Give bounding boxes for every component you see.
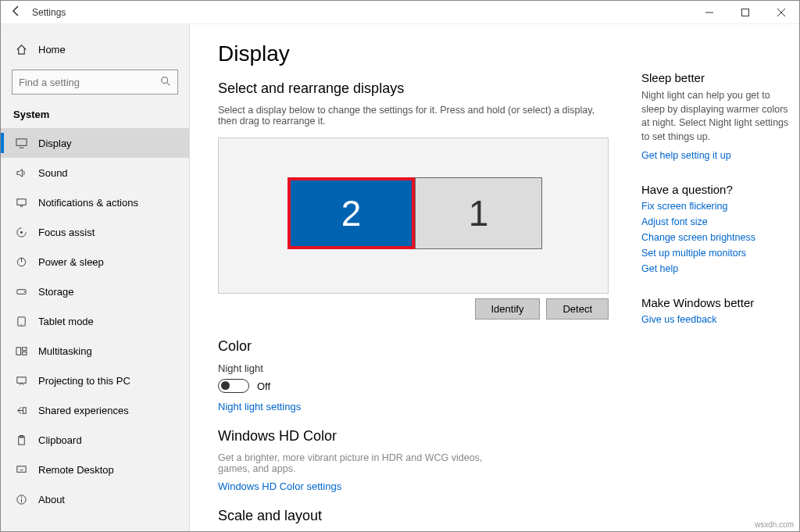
remote-icon — [15, 463, 27, 476]
svg-rect-16 — [16, 347, 20, 354]
power-icon — [15, 255, 27, 268]
sound-icon — [15, 166, 27, 179]
sleep-better-heading: Sleep better — [641, 71, 790, 84]
display-arrange-area[interactable]: 2 1 — [218, 137, 609, 294]
nav-label: Projecting to this PC — [38, 375, 130, 387]
page-title: Display — [218, 41, 609, 66]
home-button[interactable]: Home — [1, 34, 189, 65]
sleep-better-text: Night light can help you get to sleep by… — [641, 89, 790, 144]
svg-rect-20 — [23, 407, 26, 413]
detect-button[interactable]: Detect — [546, 298, 609, 320]
svg-rect-6 — [16, 138, 26, 145]
sidebar: Home System DisplaySoundNotifications & … — [1, 24, 190, 531]
main-content: Display Select and rearrange displays Se… — [190, 24, 637, 531]
notifications-icon — [15, 196, 27, 209]
nav-label: Storage — [38, 286, 74, 298]
help-link[interactable]: Get help — [641, 263, 790, 274]
arrange-heading: Select and rearrange displays — [218, 80, 609, 97]
nav-item-remote[interactable]: Remote Desktop — [1, 455, 189, 484]
svg-rect-23 — [16, 466, 25, 472]
window-title: Settings — [32, 7, 66, 18]
svg-rect-8 — [16, 198, 25, 205]
storage-icon — [15, 285, 27, 298]
nav-item-power[interactable]: Power & sleep — [1, 247, 189, 277]
hd-color-desc: Get a brighter, more vibrant picture in … — [218, 452, 499, 474]
svg-rect-1 — [742, 9, 749, 16]
nav-item-display[interactable]: Display — [1, 128, 189, 158]
titlebar: Settings — [1, 1, 799, 24]
nav-item-projecting[interactable]: Projecting to this PC — [1, 366, 189, 395]
close-button[interactable] — [763, 1, 799, 24]
back-button[interactable] — [1, 5, 32, 20]
nav-item-sound[interactable]: Sound — [1, 158, 189, 187]
color-heading: Color — [218, 338, 609, 355]
nav-label: About — [38, 494, 65, 505]
svg-point-15 — [20, 323, 21, 324]
night-light-toggle[interactable] — [218, 379, 249, 393]
arrange-subtext: Select a display below to change the set… — [218, 105, 609, 127]
help-link[interactable]: Change screen brightness — [641, 232, 790, 243]
svg-line-5 — [167, 82, 170, 85]
hd-color-link[interactable]: Windows HD Color settings — [218, 480, 341, 492]
nav-label: Clipboard — [38, 434, 82, 446]
nav-label: Notifications & actions — [38, 197, 138, 209]
hd-color-heading: Windows HD Color — [218, 428, 609, 445]
feedback-link[interactable]: Give us feedback — [641, 314, 790, 325]
monitor-1[interactable]: 1 — [415, 177, 542, 249]
svg-point-26 — [20, 496, 22, 498]
help-link[interactable]: Adjust font size — [641, 216, 790, 227]
question-heading: Have a question? — [641, 183, 790, 196]
nav-label: Remote Desktop — [38, 464, 114, 476]
nav-item-storage[interactable]: Storage — [1, 277, 189, 306]
tablet-icon — [15, 315, 27, 327]
nav-item-multitask[interactable]: Multitasking — [1, 336, 189, 366]
scale-heading: Scale and layout — [218, 508, 609, 524]
about-icon — [15, 493, 27, 505]
projecting-icon — [15, 374, 27, 387]
svg-point-13 — [23, 291, 25, 292]
search-input[interactable] — [19, 77, 160, 88]
search-box[interactable] — [12, 70, 178, 95]
svg-rect-18 — [22, 352, 27, 355]
category-label: System — [1, 102, 189, 128]
svg-rect-19 — [16, 377, 25, 383]
help-link[interactable]: Set up multiple monitors — [641, 248, 790, 259]
nav-item-focus[interactable]: Focus assist — [1, 217, 189, 247]
multitask-icon — [15, 345, 27, 357]
nav-label: Power & sleep — [38, 256, 104, 268]
feedback-heading: Make Windows better — [641, 296, 790, 309]
home-icon — [15, 43, 27, 55]
maximize-button[interactable] — [727, 1, 763, 24]
help-link[interactable]: Fix screen flickering — [641, 201, 790, 212]
nav-item-about[interactable]: About — [1, 484, 189, 514]
nav-label: Display — [38, 137, 72, 149]
monitor-2-selected[interactable]: 2 — [288, 177, 415, 249]
shared-icon — [15, 404, 27, 416]
nav-label: Focus assist — [38, 227, 95, 238]
nav-item-tablet[interactable]: Tablet mode — [1, 306, 189, 336]
minimize-button[interactable] — [691, 1, 727, 24]
night-light-label: Night light — [218, 362, 609, 374]
identify-button[interactable]: Identify — [475, 298, 541, 320]
watermark: wsxdn.com — [755, 520, 794, 529]
night-light-state: Off — [257, 380, 270, 392]
nav-label: Sound — [38, 167, 68, 179]
svg-rect-17 — [22, 347, 27, 350]
svg-point-4 — [162, 77, 168, 83]
night-light-settings-link[interactable]: Night light settings — [218, 401, 301, 412]
nav-label: Multitasking — [38, 345, 92, 357]
nav-item-notifications[interactable]: Notifications & actions — [1, 187, 189, 217]
home-label: Home — [38, 44, 66, 55]
focus-icon — [15, 226, 27, 238]
clipboard-icon — [15, 434, 27, 446]
nav-item-shared[interactable]: Shared experiences — [1, 395, 189, 425]
svg-point-9 — [20, 231, 23, 234]
display-icon — [15, 137, 27, 149]
nav-label: Tablet mode — [38, 316, 94, 327]
right-pane: Sleep better Night light can help you ge… — [637, 24, 799, 531]
nav-item-clipboard[interactable]: Clipboard — [1, 425, 189, 455]
search-icon — [160, 76, 171, 89]
nav-label: Shared experiences — [38, 405, 129, 416]
sleep-help-link[interactable]: Get help setting it up — [641, 150, 790, 161]
